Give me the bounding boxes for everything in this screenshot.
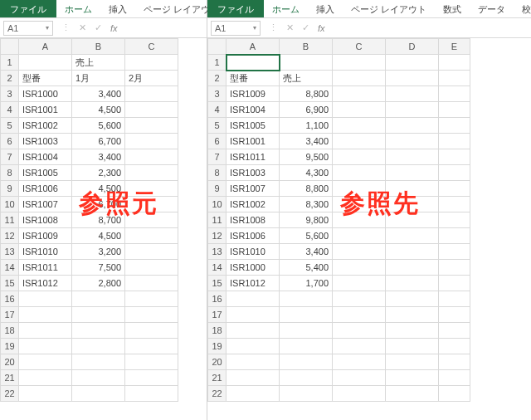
col-header-B[interactable]: B <box>72 39 125 55</box>
row-header[interactable]: 15 <box>208 276 227 291</box>
tab-home[interactable]: ホーム <box>264 0 308 17</box>
cell[interactable]: 型番 <box>19 71 72 86</box>
cell[interactable]: ISR1008 <box>227 212 280 228</box>
cell[interactable] <box>280 55 333 71</box>
cell[interactable]: ISR1007 <box>227 181 280 197</box>
cell[interactable] <box>439 71 470 86</box>
cell[interactable]: 4,500 <box>72 102 125 118</box>
cell[interactable]: 9,800 <box>280 212 333 228</box>
row-header[interactable]: 5 <box>208 118 227 134</box>
cell[interactable]: 1,700 <box>280 276 333 291</box>
cell[interactable] <box>125 86 178 102</box>
cell[interactable] <box>439 165 470 181</box>
col-header-C[interactable]: C <box>125 39 178 55</box>
row-header[interactable]: 16 <box>1 291 19 307</box>
cell[interactable] <box>439 181 470 197</box>
cell[interactable] <box>386 118 439 134</box>
cell[interactable] <box>386 276 439 291</box>
cell[interactable] <box>227 354 280 370</box>
fx-icon[interactable]: fx <box>318 23 325 33</box>
row-header[interactable]: 1 <box>1 55 19 71</box>
cell[interactable]: ISR1005 <box>227 118 280 134</box>
tab-insert[interactable]: 挿入 <box>308 0 343 17</box>
cell[interactable] <box>333 149 386 165</box>
row-header[interactable]: 20 <box>1 354 19 370</box>
cell[interactable] <box>333 307 386 323</box>
cell[interactable] <box>227 339 280 354</box>
cell[interactable] <box>72 354 125 370</box>
col-header-E[interactable]: E <box>439 39 470 55</box>
cell[interactable]: 7,500 <box>72 260 125 276</box>
cell[interactable]: 8,300 <box>280 197 333 212</box>
cell[interactable]: 8,800 <box>280 181 333 197</box>
cell[interactable] <box>386 55 439 71</box>
cell[interactable]: ISR1000 <box>19 86 72 102</box>
cell[interactable] <box>125 181 178 197</box>
row-header[interactable]: 8 <box>1 165 19 181</box>
cell[interactable]: ISR1004 <box>19 149 72 165</box>
cell[interactable] <box>333 55 386 71</box>
cell[interactable] <box>72 323 125 339</box>
row-header[interactable]: 11 <box>1 212 19 228</box>
cell[interactable] <box>227 370 280 386</box>
cell[interactable] <box>386 260 439 276</box>
cell[interactable] <box>125 291 178 307</box>
cell[interactable] <box>125 323 178 339</box>
cell[interactable]: ISR1002 <box>227 197 280 212</box>
cell[interactable]: 2月 <box>125 71 178 86</box>
cell[interactable]: ISR1003 <box>19 134 72 149</box>
cell[interactable] <box>125 354 178 370</box>
cell[interactable] <box>125 228 178 244</box>
cell[interactable] <box>280 386 333 402</box>
cell[interactable] <box>386 165 439 181</box>
row-header[interactable]: 14 <box>1 260 19 276</box>
name-box[interactable]: A1 ▾ <box>211 21 261 36</box>
cell[interactable]: 型番 <box>227 71 280 86</box>
cell[interactable] <box>19 55 72 71</box>
row-header[interactable]: 21 <box>1 370 19 386</box>
cell[interactable]: ISR1009 <box>227 86 280 102</box>
cell[interactable]: ISR1011 <box>227 149 280 165</box>
cancel-icon[interactable]: ✕ <box>286 22 294 33</box>
row-header[interactable]: 20 <box>208 354 227 370</box>
cell[interactable] <box>333 386 386 402</box>
col-header-B[interactable]: B <box>280 39 333 55</box>
cell[interactable] <box>19 323 72 339</box>
cell[interactable] <box>125 165 178 181</box>
cell[interactable] <box>125 370 178 386</box>
cell[interactable] <box>439 260 470 276</box>
worksheet-table-right[interactable]: ABCDE12型番売上3ISR10098,8004ISR10046,9005IS… <box>207 38 470 402</box>
cell[interactable] <box>333 165 386 181</box>
cell[interactable] <box>227 291 280 307</box>
cell[interactable] <box>439 212 470 228</box>
cell[interactable] <box>19 307 72 323</box>
cell[interactable] <box>386 291 439 307</box>
row-header[interactable]: 9 <box>208 181 227 197</box>
cell[interactable] <box>439 307 470 323</box>
cell[interactable]: ISR1002 <box>19 118 72 134</box>
row-header[interactable]: 11 <box>208 212 227 228</box>
cell[interactable] <box>333 102 386 118</box>
cell[interactable]: ISR1005 <box>19 165 72 181</box>
cell[interactable]: 5,400 <box>280 260 333 276</box>
cell[interactable]: ISR1004 <box>227 102 280 118</box>
row-header[interactable]: 12 <box>208 228 227 244</box>
cell[interactable] <box>386 354 439 370</box>
row-header[interactable]: 7 <box>1 149 19 165</box>
cell[interactable] <box>439 228 470 244</box>
col-header-A[interactable]: A <box>227 39 280 55</box>
tab-data[interactable]: データ <box>470 0 514 17</box>
cell[interactable] <box>333 276 386 291</box>
spreadsheet-grid-left[interactable]: ABC1売上2型番1月2月3ISR10003,4004ISR10014,5005… <box>0 38 207 420</box>
cell[interactable] <box>72 339 125 354</box>
cell[interactable]: ISR1003 <box>227 165 280 181</box>
cell[interactable] <box>227 386 280 402</box>
cell[interactable] <box>125 102 178 118</box>
cell[interactable] <box>333 197 386 212</box>
cell[interactable]: ISR1006 <box>227 228 280 244</box>
cell[interactable] <box>439 134 470 149</box>
cell[interactable] <box>125 307 178 323</box>
cell[interactable] <box>72 386 125 402</box>
select-all-corner[interactable] <box>208 39 227 55</box>
cell[interactable] <box>333 260 386 276</box>
